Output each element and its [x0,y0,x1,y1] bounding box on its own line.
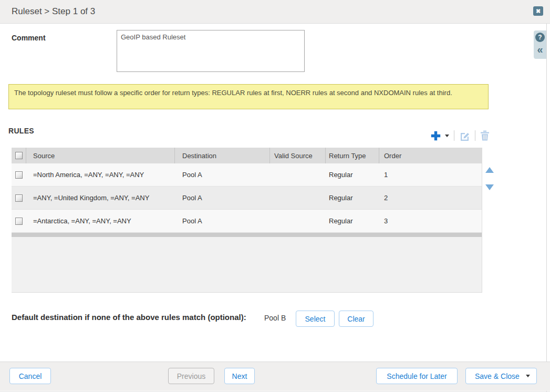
help-strip: ? « [534,30,546,59]
plus-icon [430,130,441,141]
cancel-button[interactable]: Cancel [9,368,51,384]
rule-destination: Pool A [175,163,270,186]
rule-return-type: Regular [326,210,379,232]
rule-valid-source [270,210,326,232]
toolbar-divider [454,130,454,141]
order-notice: The topology ruleset must follow a speci… [8,84,489,109]
edit-icon [459,130,470,141]
trash-icon [480,130,490,141]
dialog-footer: Cancel Previous Next Schedule for Later … [0,362,550,391]
table-row[interactable]: =ANY, =United Kingdom, =ANY, =ANY Pool A… [12,187,482,210]
select-all-checkbox[interactable] [15,152,23,159]
comment-input[interactable]: GeoIP based Ruleset [117,30,305,72]
add-rule-button[interactable] [430,130,441,141]
rule-order: 2 [379,187,482,209]
save-options-caret-icon[interactable] [526,375,530,377]
dialog-titlebar: Ruleset > Step 1 of 3 ✖ [0,0,550,24]
close-icon: ✖ [536,8,541,14]
column-header-destination[interactable]: Destination [175,148,270,163]
horizontal-scrollbar[interactable] [12,233,482,237]
rule-return-type: Regular [326,163,379,186]
rules-section-title: RULES [8,127,34,135]
column-header-return-type[interactable]: Return Type [326,148,379,163]
comment-label: Comment [12,34,46,42]
add-rule-dropdown-caret-icon[interactable] [445,135,449,137]
save-and-close-label: Save & Close [475,372,520,380]
delete-rule-button[interactable] [480,130,490,141]
select-destination-button[interactable]: Select [296,311,335,327]
rule-valid-source [270,187,326,209]
rule-order: 3 [379,210,482,232]
default-destination-value: Pool B [264,314,286,322]
rule-source: =Antarctica, =ANY, =ANY, =ANY [26,210,175,232]
toolbar-divider [475,130,475,141]
panel-edge-divider [546,24,547,392]
rule-order: 1 [379,163,482,186]
column-header-source[interactable]: Source [26,148,175,163]
row-checkbox[interactable] [15,194,23,202]
rule-destination: Pool A [175,187,270,209]
rules-table-header: Source Destination Valid Source Return T… [12,148,482,163]
help-icon[interactable]: ? [535,33,545,42]
row-checkbox[interactable] [15,218,23,225]
rule-source: =ANY, =United Kingdom, =ANY, =ANY [26,187,175,209]
default-destination-label: Default destination if none of the above… [12,313,246,322]
table-row[interactable]: =North America, =ANY, =ANY, =ANY Pool A … [12,163,482,187]
table-row[interactable]: =Antarctica, =ANY, =ANY, =ANY Pool A Reg… [12,210,482,233]
row-checkbox[interactable] [15,171,23,179]
collapse-panel-icon[interactable]: « [536,43,544,56]
rules-table: Source Destination Valid Source Return T… [12,148,482,293]
save-and-close-button[interactable]: Save & Close [465,368,537,384]
ruleset-wizard-dialog: Ruleset > Step 1 of 3 ✖ ? « Comment GeoI… [0,0,550,392]
move-rule-up-icon[interactable] [485,167,494,173]
rules-toolbar [430,130,490,141]
rule-valid-source [270,163,326,186]
table-empty-area [12,237,482,291]
rule-return-type: Regular [326,187,379,209]
column-header-order[interactable]: Order [379,148,482,163]
edit-rule-button[interactable] [459,130,470,141]
rule-destination: Pool A [175,210,270,232]
schedule-for-later-button[interactable]: Schedule for Later [376,368,458,384]
rule-source: =North America, =ANY, =ANY, =ANY [26,163,175,186]
page-title: Ruleset > Step 1 of 3 [12,0,95,23]
column-header-valid-source[interactable]: Valid Source [270,148,326,163]
close-button[interactable]: ✖ [533,6,543,16]
next-button[interactable]: Next [224,368,255,384]
previous-button[interactable]: Previous [168,368,214,384]
clear-destination-button[interactable]: Clear [339,311,373,327]
move-rule-down-icon[interactable] [485,184,494,190]
